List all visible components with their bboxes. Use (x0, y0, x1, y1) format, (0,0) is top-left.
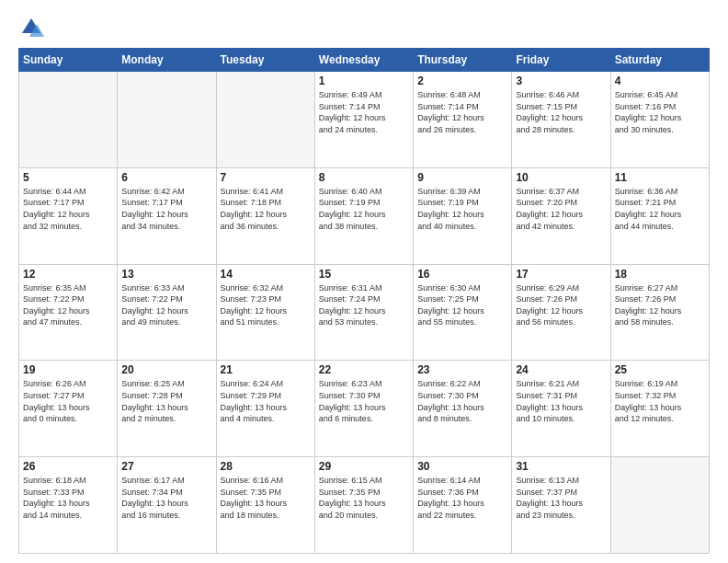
day-info: Sunrise: 6:31 AM Sunset: 7:24 PM Dayligh… (319, 282, 409, 328)
calendar-weekday-wednesday: Wednesday (314, 49, 413, 72)
day-info: Sunrise: 6:40 AM Sunset: 7:19 PM Dayligh… (319, 186, 409, 232)
calendar-cell: 30Sunrise: 6:14 AM Sunset: 7:36 PM Dayli… (414, 457, 512, 554)
calendar-cell: 21Sunrise: 6:24 AM Sunset: 7:29 PM Dayli… (216, 361, 314, 457)
calendar-cell: 31Sunrise: 6:13 AM Sunset: 7:37 PM Dayli… (512, 457, 610, 554)
day-number: 13 (121, 268, 211, 281)
calendar-cell: 14Sunrise: 6:32 AM Sunset: 7:23 PM Dayli… (216, 264, 314, 361)
calendar-cell: 8Sunrise: 6:40 AM Sunset: 7:19 PM Daylig… (314, 167, 413, 264)
day-info: Sunrise: 6:42 AM Sunset: 7:17 PM Dayligh… (121, 186, 211, 232)
day-info: Sunrise: 6:23 AM Sunset: 7:30 PM Dayligh… (319, 378, 409, 424)
calendar-cell: 27Sunrise: 6:17 AM Sunset: 7:34 PM Dayli… (118, 457, 216, 554)
day-info: Sunrise: 6:15 AM Sunset: 7:35 PM Dayligh… (319, 475, 409, 521)
day-info: Sunrise: 6:16 AM Sunset: 7:35 PM Dayligh… (221, 475, 311, 521)
calendar-week-row: 1Sunrise: 6:49 AM Sunset: 7:14 PM Daylig… (19, 72, 710, 168)
calendar-cell: 6Sunrise: 6:42 AM Sunset: 7:17 PM Daylig… (118, 167, 216, 264)
day-number: 15 (319, 268, 409, 281)
day-number: 6 (121, 171, 211, 184)
day-info: Sunrise: 6:22 AM Sunset: 7:30 PM Dayligh… (417, 378, 507, 424)
calendar-cell: 16Sunrise: 6:30 AM Sunset: 7:25 PM Dayli… (414, 264, 512, 361)
logo-icon (18, 15, 44, 40)
day-info: Sunrise: 6:44 AM Sunset: 7:17 PM Dayligh… (23, 186, 113, 232)
day-info: Sunrise: 6:41 AM Sunset: 7:18 PM Dayligh… (221, 186, 311, 232)
day-info: Sunrise: 6:39 AM Sunset: 7:19 PM Dayligh… (417, 186, 507, 232)
calendar-weekday-saturday: Saturday (610, 49, 709, 72)
calendar-cell: 10Sunrise: 6:37 AM Sunset: 7:20 PM Dayli… (512, 167, 610, 264)
calendar-cell: 1Sunrise: 6:49 AM Sunset: 7:14 PM Daylig… (314, 72, 413, 168)
day-number: 25 (615, 363, 705, 376)
day-info: Sunrise: 6:48 AM Sunset: 7:14 PM Dayligh… (417, 89, 507, 135)
day-info: Sunrise: 6:14 AM Sunset: 7:36 PM Dayligh… (417, 475, 507, 521)
calendar-table: SundayMondayTuesdayWednesdayThursdayFrid… (18, 48, 710, 554)
calendar-cell: 18Sunrise: 6:27 AM Sunset: 7:26 PM Dayli… (610, 264, 709, 361)
day-info: Sunrise: 6:21 AM Sunset: 7:31 PM Dayligh… (516, 378, 606, 424)
logo (18, 15, 48, 40)
calendar-cell: 17Sunrise: 6:29 AM Sunset: 7:26 PM Dayli… (512, 264, 610, 361)
day-info: Sunrise: 6:13 AM Sunset: 7:37 PM Dayligh… (516, 475, 606, 521)
calendar-week-row: 26Sunrise: 6:18 AM Sunset: 7:33 PM Dayli… (19, 457, 710, 554)
day-number: 3 (516, 75, 606, 87)
day-number: 4 (615, 75, 705, 87)
calendar-cell (19, 72, 118, 168)
calendar-cell: 5Sunrise: 6:44 AM Sunset: 7:17 PM Daylig… (19, 167, 118, 264)
day-number: 14 (221, 268, 311, 281)
day-info: Sunrise: 6:26 AM Sunset: 7:27 PM Dayligh… (23, 378, 113, 424)
day-number: 2 (417, 75, 507, 87)
day-number: 7 (221, 171, 311, 184)
calendar-cell: 7Sunrise: 6:41 AM Sunset: 7:18 PM Daylig… (216, 167, 314, 264)
calendar-weekday-tuesday: Tuesday (216, 49, 314, 72)
day-info: Sunrise: 6:27 AM Sunset: 7:26 PM Dayligh… (615, 282, 705, 328)
day-number: 21 (221, 363, 311, 376)
day-number: 29 (319, 460, 409, 473)
day-info: Sunrise: 6:24 AM Sunset: 7:29 PM Dayligh… (221, 378, 311, 424)
day-number: 26 (23, 460, 113, 473)
day-number: 5 (23, 171, 113, 184)
day-info: Sunrise: 6:46 AM Sunset: 7:15 PM Dayligh… (516, 89, 606, 135)
calendar-cell: 13Sunrise: 6:33 AM Sunset: 7:22 PM Dayli… (118, 264, 216, 361)
calendar-cell: 26Sunrise: 6:18 AM Sunset: 7:33 PM Dayli… (19, 457, 118, 554)
day-number: 30 (417, 460, 507, 473)
day-number: 17 (516, 268, 606, 281)
calendar-week-row: 19Sunrise: 6:26 AM Sunset: 7:27 PM Dayli… (19, 361, 710, 457)
calendar-cell: 25Sunrise: 6:19 AM Sunset: 7:32 PM Dayli… (610, 361, 709, 457)
day-number: 24 (516, 363, 606, 376)
header (18, 15, 710, 40)
day-number: 11 (615, 171, 705, 184)
calendar-cell (216, 72, 314, 168)
calendar-cell: 29Sunrise: 6:15 AM Sunset: 7:35 PM Dayli… (314, 457, 413, 554)
day-info: Sunrise: 6:35 AM Sunset: 7:22 PM Dayligh… (23, 282, 113, 328)
day-number: 31 (516, 460, 606, 473)
calendar-header-row: SundayMondayTuesdayWednesdayThursdayFrid… (19, 49, 710, 72)
day-info: Sunrise: 6:29 AM Sunset: 7:26 PM Dayligh… (516, 282, 606, 328)
calendar-cell: 3Sunrise: 6:46 AM Sunset: 7:15 PM Daylig… (512, 72, 610, 168)
day-info: Sunrise: 6:45 AM Sunset: 7:16 PM Dayligh… (615, 89, 705, 135)
calendar-cell: 22Sunrise: 6:23 AM Sunset: 7:30 PM Dayli… (314, 361, 413, 457)
calendar-cell: 15Sunrise: 6:31 AM Sunset: 7:24 PM Dayli… (314, 264, 413, 361)
calendar-cell: 19Sunrise: 6:26 AM Sunset: 7:27 PM Dayli… (19, 361, 118, 457)
day-info: Sunrise: 6:32 AM Sunset: 7:23 PM Dayligh… (221, 282, 311, 328)
day-number: 9 (417, 171, 507, 184)
calendar-cell: 24Sunrise: 6:21 AM Sunset: 7:31 PM Dayli… (512, 361, 610, 457)
day-info: Sunrise: 6:17 AM Sunset: 7:34 PM Dayligh… (121, 475, 211, 521)
calendar-cell: 4Sunrise: 6:45 AM Sunset: 7:16 PM Daylig… (610, 72, 709, 168)
day-info: Sunrise: 6:37 AM Sunset: 7:20 PM Dayligh… (516, 186, 606, 232)
day-info: Sunrise: 6:33 AM Sunset: 7:22 PM Dayligh… (121, 282, 211, 328)
calendar-week-row: 12Sunrise: 6:35 AM Sunset: 7:22 PM Dayli… (19, 264, 710, 361)
calendar-cell: 23Sunrise: 6:22 AM Sunset: 7:30 PM Dayli… (414, 361, 512, 457)
day-number: 28 (221, 460, 311, 473)
day-number: 23 (417, 363, 507, 376)
day-info: Sunrise: 6:49 AM Sunset: 7:14 PM Dayligh… (319, 89, 409, 135)
calendar-weekday-thursday: Thursday (414, 49, 512, 72)
day-number: 18 (615, 268, 705, 281)
calendar-cell: 12Sunrise: 6:35 AM Sunset: 7:22 PM Dayli… (19, 264, 118, 361)
day-number: 22 (319, 363, 409, 376)
day-number: 19 (23, 363, 113, 376)
day-number: 27 (121, 460, 211, 473)
day-info: Sunrise: 6:36 AM Sunset: 7:21 PM Dayligh… (615, 186, 705, 232)
calendar-cell: 28Sunrise: 6:16 AM Sunset: 7:35 PM Dayli… (216, 457, 314, 554)
calendar-weekday-sunday: Sunday (19, 49, 118, 72)
day-number: 20 (121, 363, 211, 376)
day-info: Sunrise: 6:18 AM Sunset: 7:33 PM Dayligh… (23, 475, 113, 521)
day-number: 12 (23, 268, 113, 281)
calendar-week-row: 5Sunrise: 6:44 AM Sunset: 7:17 PM Daylig… (19, 167, 710, 264)
calendar-weekday-friday: Friday (512, 49, 610, 72)
